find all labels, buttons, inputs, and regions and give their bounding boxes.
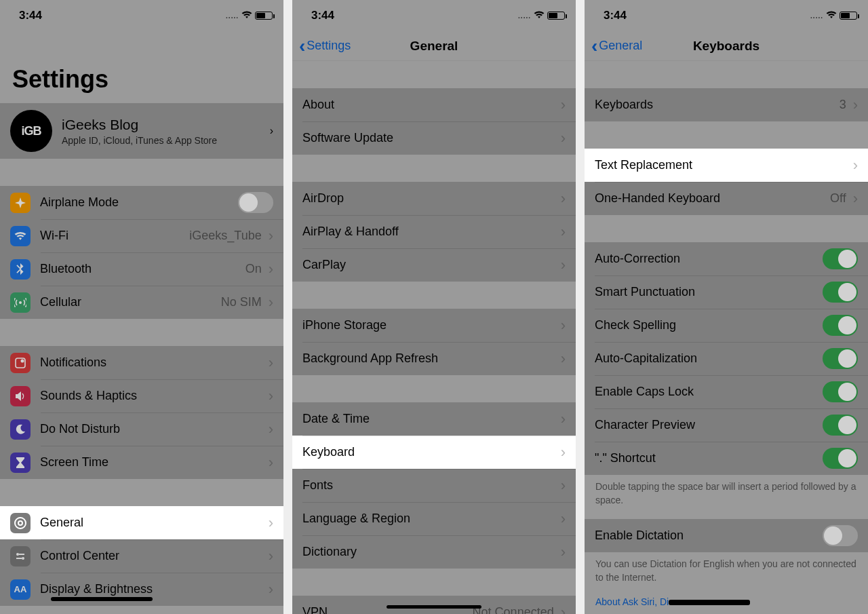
row-label: One-Handed Keyboard [595,191,720,206]
row-character-preview[interactable]: Character Preview [585,408,868,442]
chevron-right-icon: › [269,387,273,405]
row-label: Keyboards [595,98,653,112]
row-wi-fi[interactable]: Wi-FiiGeeks_Tube› [0,219,283,252]
row-background-app-refresh[interactable]: Background App Refresh› [292,342,576,375]
row-cellular[interactable]: CellularNo SIM› [0,286,283,319]
row-do-not-disturb[interactable]: Do Not Disturb› [0,412,283,446]
row-about[interactable]: About› [292,88,576,121]
row-carplay[interactable]: CarPlay› [292,248,576,282]
row-smart-punctuation[interactable]: Smart Punctuation [585,275,868,309]
control-icon [10,546,31,567]
chevron-right-icon: › [561,444,566,461]
row-bluetooth[interactable]: BluetoothOn› [0,252,283,286]
row-label: Language & Region [302,512,410,526]
chevron-right-icon: › [853,96,858,114]
row-label: AirDrop [302,191,344,206]
chevron-right-icon: › [269,548,273,565]
chevron-right-icon: › [561,223,566,241]
status-bar: 3:44 ..... [585,0,868,31]
toggle[interactable] [823,348,858,369]
row-label: AirPlay & Handoff [302,225,399,239]
row--shortcut[interactable]: "." Shortcut [585,442,868,475]
row-general[interactable]: General› [0,506,283,539]
row-dictionary[interactable]: Dictionary› [292,535,576,569]
row-label: Check Spelling [595,318,676,332]
footer-dictation: You can use Dictation for English when y… [585,552,868,596]
about-dictation-link[interactable]: About Ask Siri, Dictation and Privacy… A… [585,596,868,607]
chevron-right-icon: › [269,354,273,372]
row-fonts[interactable]: Fonts› [292,469,576,502]
row-notifications[interactable]: Notifications› [0,346,283,379]
row-airdrop[interactable]: AirDrop› [292,182,576,215]
toggle[interactable] [823,282,858,303]
chevron-right-icon: › [269,581,273,598]
toggle[interactable] [823,448,858,469]
row-date-time[interactable]: Date & Time› [292,402,576,436]
page-title: Settings [0,31,283,103]
row-enable-dictation[interactable]: Enable Dictation [585,519,868,552]
row-label: Enable Dictation [595,529,684,543]
chevron-right-icon: › [561,543,566,561]
svg-rect-1 [16,358,25,368]
row-label: "." Shortcut [595,451,656,465]
group-connectivity: Airplane ModeWi-FiiGeeks_Tube›BluetoothO… [0,186,283,319]
chevron-right-icon: › [561,190,566,208]
home-indicator[interactable] [292,605,576,609]
row-detail: On [245,262,262,276]
chevron-right-icon: › [269,261,273,278]
row-sounds-haptics[interactable]: Sounds & Haptics› [0,379,283,412]
row-airplay-handoff[interactable]: AirPlay & Handoff› [292,215,576,248]
row-keyboards[interactable]: Keyboards3› [585,88,868,121]
row-label: Control Center [40,549,119,563]
hourglass-icon [10,453,31,473]
nav-title: General [292,39,576,54]
row-airplane-mode[interactable]: Airplane Mode [0,186,283,219]
profile-name: iGeeks Blog [62,117,270,133]
toggle[interactable] [823,248,858,269]
sound-icon [10,386,31,406]
status-bar: 3:44 ..... [0,0,283,31]
wifi-icon [241,10,252,21]
row-label: Date & Time [302,412,370,426]
group-3: Date & Time›Keyboard›Fonts›Language & Re… [292,402,576,569]
row-label: Character Preview [595,418,695,432]
row-screen-time[interactable]: Screen Time› [0,446,283,479]
svg-rect-8 [16,558,22,559]
row-label: Notifications [40,356,106,370]
svg-point-7 [22,557,24,560]
row-label: Dictionary [302,545,357,559]
row-display-brightness[interactable]: AADisplay & Brightness› [0,573,283,606]
row-auto-correction[interactable]: Auto-Correction [585,242,868,275]
row-iphone-storage[interactable]: iPhone Storage› [292,309,576,342]
toggle[interactable] [238,192,273,213]
row-label: Smart Punctuation [595,285,695,299]
wifi-icon [534,10,545,21]
row-check-spelling[interactable]: Check Spelling [585,309,868,342]
screen-general: 3:44 ..... ‹ Settings General About›Soft… [292,0,576,614]
row-enable-caps-lock[interactable]: Enable Caps Lock [585,375,868,408]
apple-id-row[interactable]: iGB iGeeks Blog Apple ID, iCloud, iTunes… [0,103,283,159]
row-keyboard[interactable]: Keyboard› [292,436,576,469]
chevron-right-icon: › [561,96,566,114]
row-label: Software Update [302,131,393,145]
row-detail: iGeeks_Tube [189,229,261,243]
toggle[interactable] [823,381,858,402]
row-label: Text Replacement [595,158,692,172]
row-language-region[interactable]: Language & Region› [292,502,576,535]
row-detail: 3 [840,98,846,112]
screen-keyboards: 3:44 ..... ‹ General Keyboards Keyboards… [585,0,868,614]
row-label: About [302,98,334,112]
row-control-center[interactable]: Control Center› [0,539,283,573]
row-text-replacement[interactable]: Text Replacement› [585,149,868,182]
svg-point-0 [19,301,22,304]
toggle[interactable] [823,315,858,336]
chevron-right-icon: › [561,130,566,147]
screen-settings: 3:44 ..... Settings iGB iGeeks Blog Appl… [0,0,283,614]
row-auto-capitalization[interactable]: Auto-Capitalization [585,342,868,375]
row-software-update[interactable]: Software Update› [292,121,576,155]
toggle[interactable] [823,415,858,436]
chevron-right-icon: › [561,350,566,368]
toggle[interactable] [823,525,858,546]
row-one-handed-keyboard[interactable]: One-Handed KeyboardOff› [585,182,868,215]
chevron-right-icon: › [269,227,273,245]
